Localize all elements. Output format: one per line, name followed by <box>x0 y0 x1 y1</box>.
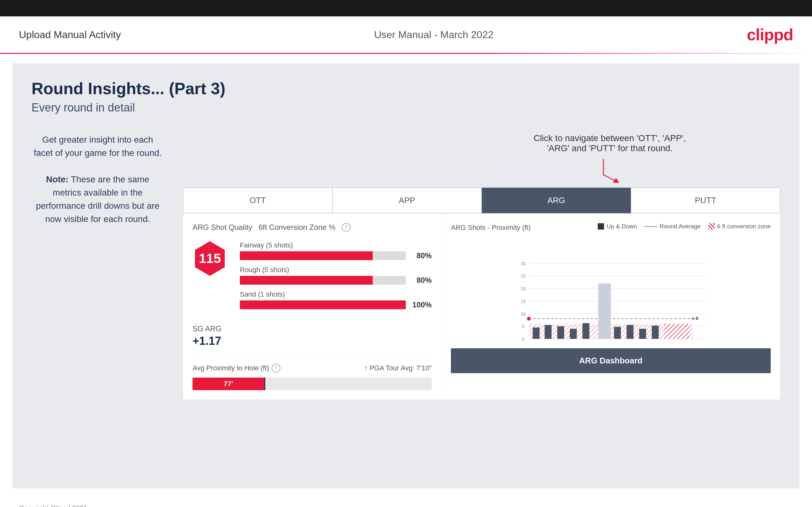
legend-conversion-label: 6 ft conversion zone <box>717 223 771 230</box>
tab-putt[interactable]: PUTT <box>631 188 780 213</box>
svg-rect-31 <box>652 326 659 339</box>
nav-annotation-text: Click to navigate between 'OTT', 'APP','… <box>534 133 686 153</box>
fairway-bar-row: 80% <box>240 251 432 260</box>
sand-fill <box>240 300 406 309</box>
proximity-section: Avg Proximity to Hole (ft) ? ↑ PGA Tour … <box>193 357 432 390</box>
sand-track <box>240 300 406 309</box>
svg-marker-19 <box>692 317 696 320</box>
sand-bar-row: 100% <box>240 300 432 309</box>
nav-arrow-icon <box>600 156 619 184</box>
svg-text:20: 20 <box>521 286 526 291</box>
header-divider <box>0 53 812 54</box>
chart-legend: Up & Down Round Average 6 ft conversion … <box>598 223 771 230</box>
arg-dashboard-button[interactable]: ARG Dashboard <box>451 348 771 373</box>
svg-rect-29 <box>627 325 633 339</box>
chart-panel: ARG Shots - Proximity (ft) Up & Down Rou… <box>442 214 780 400</box>
rough-fill <box>240 276 373 285</box>
proximity-help-icon[interactable]: ? <box>271 364 281 373</box>
right-panel: Click to navigate between 'OTT', 'APP','… <box>183 133 780 400</box>
svg-text:0: 0 <box>522 337 525 342</box>
rough-bar-row: 80% <box>240 276 432 285</box>
header: Upload Manual Activity User Manual - Mar… <box>0 16 812 53</box>
svg-rect-30 <box>639 329 646 339</box>
legend-round-avg: Round Average <box>644 223 701 230</box>
svg-rect-23 <box>545 325 552 339</box>
top-bar <box>0 0 812 16</box>
proximity-cursor <box>264 378 265 390</box>
tab-bar: OTT APP ARG PUTT <box>183 188 780 214</box>
legend-conversion-zone: 6 ft conversion zone <box>708 223 771 230</box>
chart-area: 0 5 10 15 20 25 30 <box>451 241 771 342</box>
conversion-label: 6ft Conversion Zone % <box>258 223 335 232</box>
fairway-pct: 80% <box>410 251 432 260</box>
legend-up-down: Up & Down <box>598 223 637 230</box>
footer: Copyright Clippd 2021 <box>0 498 812 507</box>
sand-label: Sand (1 shots) <box>240 290 432 298</box>
content-layout: Get greater insight into each facet of y… <box>32 133 780 400</box>
copyright: Copyright Clippd 2021 <box>19 504 88 507</box>
dashboard-card: OTT APP ARG PUTT ARG Shot Quality 6ft Co… <box>183 187 780 400</box>
proximity-bar-fill: 77' <box>193 378 264 390</box>
page-main-title: Round Insights... (Part 3) <box>32 79 780 98</box>
svg-rect-27 <box>598 283 611 339</box>
sg-label: SG ARG <box>193 324 432 333</box>
svg-rect-25 <box>570 329 577 339</box>
svg-text:30: 30 <box>521 261 526 266</box>
svg-text:25: 25 <box>521 274 526 279</box>
help-icon[interactable]: ? <box>342 223 351 232</box>
hex-and-bars: 115 Fairway (5 shots) <box>193 241 432 315</box>
upload-link[interactable]: Upload Manual Activity <box>19 29 121 41</box>
rough-label: Rough (5 shots) <box>240 266 432 274</box>
page-title: User Manual - March 2022 <box>374 29 494 41</box>
tab-app[interactable]: APP <box>333 188 482 213</box>
svg-point-33 <box>527 317 531 321</box>
sand-bar: Sand (1 shots) 100% <box>240 290 432 309</box>
svg-text:8: 8 <box>696 316 699 321</box>
rough-pct: 80% <box>410 276 432 285</box>
dashboard-body: ARG Shot Quality 6ft Conversion Zone % ?… <box>183 214 780 400</box>
sg-section: SG ARG +1.17 <box>193 324 432 348</box>
svg-rect-32 <box>665 324 690 339</box>
fairway-bar: Fairway (5 shots) 80% <box>240 241 432 260</box>
rough-bar: Rough (5 shots) 80% <box>240 266 432 285</box>
legend-up-down-label: Up & Down <box>607 223 637 230</box>
sand-pct: 100% <box>410 300 432 309</box>
shot-bars: Fairway (5 shots) 80% <box>240 241 432 315</box>
proximity-label: Avg Proximity to Hole (ft) ? <box>193 364 281 373</box>
logo: clippd <box>747 25 793 44</box>
chart-svg: 0 5 10 15 20 25 30 <box>451 241 771 342</box>
tab-arg[interactable]: ARG <box>482 188 631 213</box>
fairway-track <box>240 251 406 260</box>
hex-number: 115 <box>199 251 221 266</box>
svg-rect-26 <box>582 323 590 339</box>
svg-rect-24 <box>557 326 564 339</box>
main-content: Round Insights... (Part 3) Every round i… <box>13 63 799 489</box>
legend-square-icon <box>598 223 604 230</box>
stats-panel: ARG Shot Quality 6ft Conversion Zone % ?… <box>183 214 442 400</box>
rough-track <box>240 276 406 285</box>
fairway-fill <box>240 251 373 260</box>
svg-text:5: 5 <box>522 324 525 329</box>
hex-score: 115 <box>193 241 227 276</box>
svg-rect-22 <box>533 328 540 339</box>
legend-round-avg-label: Round Average <box>659 223 701 230</box>
svg-text:10: 10 <box>521 312 526 317</box>
fairway-label: Fairway (5 shots) <box>240 241 432 249</box>
panel-header: ARG Shot Quality 6ft Conversion Zone % ? <box>193 223 432 232</box>
chart-title: ARG Shots - Proximity (ft) <box>451 224 530 232</box>
proximity-header: Avg Proximity to Hole (ft) ? ↑ PGA Tour … <box>193 364 432 373</box>
svg-line-1 <box>603 175 616 181</box>
legend-hatch-icon <box>708 223 715 230</box>
page-subtitle: Every round in detail <box>32 101 780 114</box>
shot-quality-label: ARG Shot Quality <box>193 223 252 232</box>
left-panel: Get greater insight into each facet of y… <box>32 133 164 226</box>
pga-avg: ↑ PGA Tour Avg: 7'10" <box>364 364 432 372</box>
svg-text:15: 15 <box>521 299 526 304</box>
sg-value: +1.17 <box>193 334 432 348</box>
legend-dashed-icon <box>644 226 657 227</box>
proximity-bar-track: 77' <box>193 378 432 390</box>
tab-ott[interactable]: OTT <box>183 188 333 213</box>
annotation-text: Get greater insight into each facet of y… <box>32 133 164 226</box>
svg-rect-28 <box>614 327 621 339</box>
